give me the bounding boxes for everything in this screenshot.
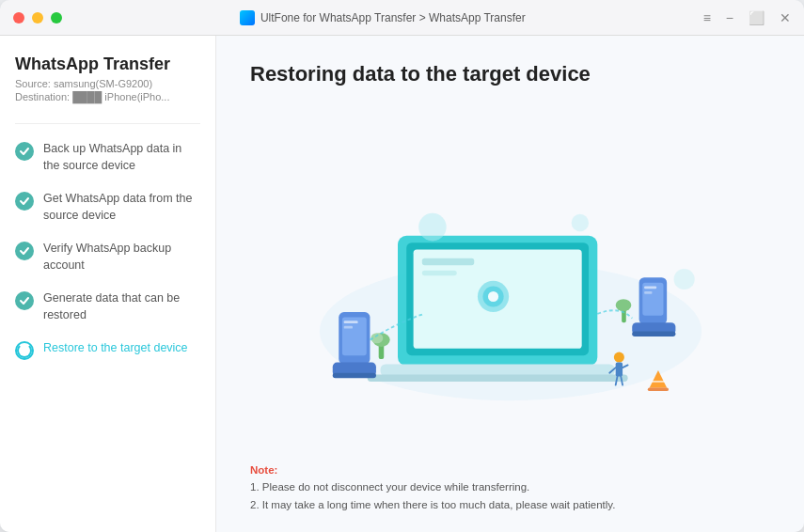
restore-icon[interactable]: ⬜ — [749, 10, 765, 25]
step-icon-4 — [15, 291, 34, 310]
svg-rect-14 — [343, 326, 352, 329]
note-section: Note: 1. Please do not disconnect your d… — [250, 464, 770, 513]
svg-point-28 — [613, 352, 623, 363]
svg-point-39 — [673, 269, 694, 289]
content-area: Restoring data to the target device — [216, 36, 804, 532]
title-bar-right[interactable]: ≡ − ⬜ ✕ — [703, 10, 791, 25]
maximize-button[interactable] — [51, 12, 62, 23]
svg-rect-29 — [615, 363, 622, 377]
step-item-3: Verify WhatsApp backup account — [15, 241, 200, 274]
step-item-2: Get WhatsApp data from the source device — [15, 191, 200, 224]
close-icon[interactable]: ✕ — [780, 10, 791, 25]
menu-icon[interactable]: ≡ — [703, 10, 711, 25]
step-item-4: Generate data that can be restored — [15, 290, 200, 323]
note-line-2: 2. It may take a long time when there is… — [250, 496, 770, 513]
svg-rect-4 — [421, 258, 473, 265]
title-bar-center: UltFone for WhatsApp Transfer > WhatsApp… — [240, 10, 526, 25]
svg-rect-22 — [632, 331, 675, 336]
step-list: Back up WhatsApp data in the source devi… — [15, 141, 200, 360]
step-label-2: Get WhatsApp data from the source device — [43, 191, 200, 224]
step-label-5: Restore to the target device — [43, 340, 188, 357]
svg-rect-5 — [421, 271, 456, 276]
content-title: Restoring data to the target device — [250, 62, 770, 86]
svg-point-38 — [571, 214, 588, 231]
step-icon-2 — [15, 192, 34, 211]
minimize-icon[interactable]: − — [726, 10, 733, 25]
illustration-wrap — [250, 102, 770, 457]
svg-rect-19 — [644, 286, 656, 289]
note-line-1: 1. Please do not disconnect your device … — [250, 478, 770, 495]
app-icon — [240, 10, 255, 25]
sidebar-title: WhatsApp Transfer — [15, 55, 200, 74]
svg-rect-13 — [343, 321, 357, 323]
close-button[interactable] — [13, 12, 24, 23]
minimize-button[interactable] — [32, 12, 43, 23]
step-icon-5 — [15, 341, 34, 360]
sidebar-destination: Destination: ████ iPhone(iPho... — [15, 91, 200, 102]
sidebar-divider — [15, 123, 200, 124]
svg-point-8 — [488, 291, 498, 302]
main-layout: WhatsApp Transfer Source: samsung(SM-G92… — [0, 36, 804, 532]
svg-rect-10 — [367, 375, 627, 382]
step-label-4: Generate data that can be restored — [43, 290, 200, 323]
sidebar: WhatsApp Transfer Source: samsung(SM-G92… — [0, 36, 216, 532]
svg-rect-35 — [647, 387, 668, 391]
step-icon-1 — [15, 142, 34, 161]
step-item-1: Back up WhatsApp data in the source devi… — [15, 141, 200, 174]
illustration-svg — [285, 148, 736, 411]
sidebar-source: Source: samsung(SM-G9200) — [15, 78, 200, 89]
svg-point-27 — [615, 299, 631, 311]
window-controls[interactable] — [13, 12, 62, 23]
svg-rect-16 — [332, 373, 375, 379]
window-title: UltFone for WhatsApp Transfer > WhatsApp… — [260, 11, 526, 24]
title-bar: UltFone for WhatsApp Transfer > WhatsApp… — [0, 0, 804, 36]
step-label-1: Back up WhatsApp data in the source devi… — [43, 141, 200, 174]
svg-point-37 — [418, 213, 447, 242]
note-heading: Note: — [250, 464, 770, 476]
svg-rect-20 — [644, 291, 652, 294]
step-icon-3 — [15, 242, 34, 260]
step-item-5: Restore to the target device — [15, 340, 200, 360]
step-label-3: Verify WhatsApp backup account — [43, 241, 200, 274]
svg-rect-9 — [380, 365, 614, 377]
